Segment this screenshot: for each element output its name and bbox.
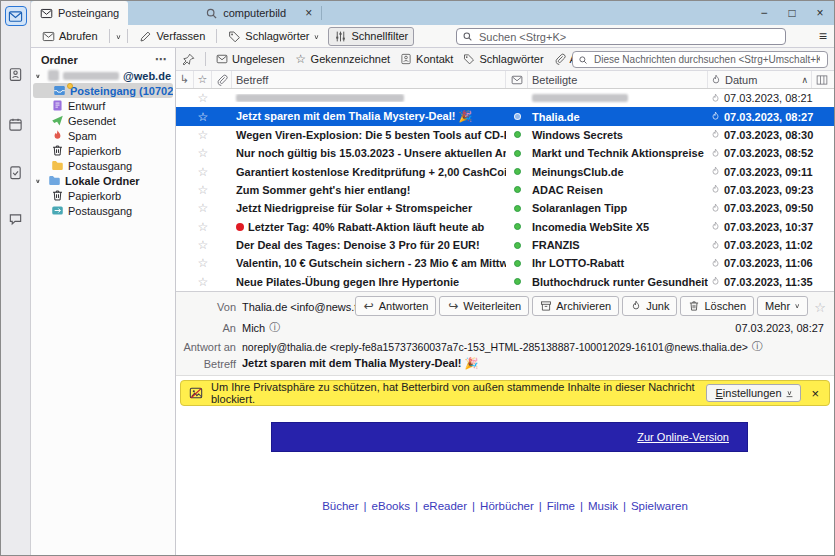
column-starred[interactable]: ☆ bbox=[194, 71, 212, 88]
close-notification-icon[interactable]: × bbox=[809, 386, 821, 401]
star-toggle[interactable]: ☆ bbox=[194, 256, 212, 270]
folder-item-spam[interactable]: Spam bbox=[31, 128, 175, 143]
close-button[interactable]: × bbox=[806, 6, 834, 20]
email-body: Zur Online-Version Bücher|eBooks|eReader… bbox=[176, 406, 834, 555]
space-addressbook-button[interactable] bbox=[5, 64, 27, 84]
message-subject: Wegen Viren-Explosion: Die 5 besten Tool… bbox=[232, 129, 506, 141]
message-row[interactable]: ☆Letzter Tag: 40% Rabatt-Aktion läuft he… bbox=[176, 218, 834, 236]
message-row[interactable]: ☆Zum Sommer geht's hier entlang!ADAC Rei… bbox=[176, 181, 834, 199]
message-row[interactable]: ☆Nur noch gültig bis 15.03.2023 - Unsere… bbox=[176, 144, 834, 162]
message-row[interactable]: ☆Wegen Viren-Explosion: Die 5 besten Too… bbox=[176, 126, 834, 144]
folder-item-sent[interactable]: Gesendet bbox=[31, 113, 175, 128]
star-toggle[interactable]: ☆ bbox=[194, 165, 212, 179]
column-picker[interactable] bbox=[811, 71, 832, 88]
settings-button[interactable]: Einstellungen ∨ bbox=[706, 384, 801, 402]
star-toggle[interactable]: ☆ bbox=[194, 110, 212, 124]
message-date: 07.03.2023, 08:30 bbox=[724, 129, 813, 141]
junk-button[interactable]: Junk bbox=[622, 296, 677, 316]
message-correspondent: FRANZIS bbox=[528, 239, 708, 251]
quick-filter-starred-button[interactable]: ☆Gekennzeichnet bbox=[295, 53, 391, 65]
folder-pane-menu-icon[interactable]: ⋯ bbox=[155, 53, 167, 66]
get-mail-dropdown[interactable]: ∨ bbox=[116, 32, 122, 39]
folder-item-local-outbox[interactable]: Postausgang bbox=[31, 203, 175, 218]
reply-button[interactable]: ↩Antworten bbox=[355, 296, 437, 316]
compose-button[interactable]: Verfassen bbox=[134, 28, 210, 45]
space-mail-button[interactable] bbox=[5, 6, 27, 26]
column-attachment[interactable] bbox=[212, 71, 232, 88]
column-correspondents[interactable]: Beteiligte bbox=[528, 71, 708, 88]
footer-link-musik[interactable]: Musik bbox=[588, 500, 618, 512]
column-subject[interactable]: Betreff bbox=[232, 71, 506, 88]
message-correspondent: Solaranlagen Tipp bbox=[528, 202, 708, 214]
column-date[interactable]: Datum ∧ bbox=[708, 71, 834, 88]
twisty-icon[interactable]: ∨ bbox=[35, 177, 44, 183]
footer-link-ebooks[interactable]: eBooks bbox=[372, 500, 410, 512]
redacted-sender bbox=[532, 94, 628, 102]
star-toggle[interactable]: ☆ bbox=[194, 275, 212, 289]
star-toggle[interactable]: ☆ bbox=[194, 238, 212, 252]
folder-label: Postausgang bbox=[68, 205, 132, 217]
folder-item-drafts[interactable]: Entwurf bbox=[31, 98, 175, 113]
star-toggle[interactable]: ☆ bbox=[194, 91, 212, 105]
tab-close-icon[interactable]: × bbox=[305, 6, 312, 20]
maximize-button[interactable]: □ bbox=[778, 6, 806, 20]
star-toggle[interactable]: ☆ bbox=[194, 128, 212, 142]
message-row[interactable]: ☆Der Deal des Tages: Denoise 3 Pro für 2… bbox=[176, 236, 834, 254]
folder-label: Spam bbox=[68, 130, 97, 142]
tab-computerbild[interactable]: computerbild × bbox=[196, 1, 321, 25]
space-calendar-button[interactable] bbox=[5, 114, 27, 134]
app-window: Posteingang computerbild × − □ × Abrufen… bbox=[0, 0, 835, 556]
footer-link-bücher[interactable]: Bücher bbox=[322, 500, 358, 512]
online-version-link[interactable]: Zur Online-Version bbox=[637, 431, 729, 443]
footer-link-spielwaren[interactable]: Spielwaren bbox=[631, 500, 688, 512]
archive-icon bbox=[540, 300, 552, 312]
junk-status-icon bbox=[710, 129, 721, 140]
star-toggle[interactable]: ☆ bbox=[194, 183, 212, 197]
space-tasks-button[interactable] bbox=[5, 162, 27, 182]
column-unread[interactable] bbox=[506, 71, 528, 88]
footer-link-ereader[interactable]: eReader bbox=[423, 500, 467, 512]
star-toggle[interactable]: ☆ bbox=[194, 220, 212, 234]
quick-filter-contact-button[interactable]: Kontakt bbox=[400, 53, 453, 65]
folder-item-outbox[interactable]: Postausgang bbox=[31, 158, 175, 173]
info-icon[interactable]: ⓘ bbox=[752, 339, 763, 354]
footer-link-hörbücher[interactable]: Hörbücher bbox=[480, 500, 534, 512]
more-button[interactable]: Mehr∨ bbox=[757, 296, 808, 316]
message-row[interactable]: ☆07.03.2023, 08:21 bbox=[176, 89, 834, 107]
forward-button[interactable]: ↪Weiterleiten bbox=[439, 296, 529, 316]
tab-posteingang[interactable]: Posteingang bbox=[31, 1, 128, 25]
twisty-icon[interactable]: ∨ bbox=[35, 72, 44, 78]
column-thread[interactable]: ↳ bbox=[176, 71, 194, 88]
star-toggle[interactable]: ☆ bbox=[194, 201, 212, 215]
delete-button[interactable]: Löschen bbox=[680, 296, 754, 316]
folder-item-local-trash[interactable]: Papierkorb bbox=[31, 188, 175, 203]
folder-account-row[interactable]: ∨@web.de bbox=[31, 68, 175, 83]
get-mail-button[interactable]: Abrufen bbox=[37, 28, 103, 45]
minimize-button[interactable]: − bbox=[750, 6, 778, 20]
pin-icon[interactable] bbox=[182, 53, 195, 66]
footer-link-filme[interactable]: Filme bbox=[547, 500, 575, 512]
message-search-input[interactable] bbox=[592, 53, 822, 66]
folder-item-local-folders[interactable]: ∨Lokale Ordner bbox=[31, 173, 175, 188]
info-icon[interactable]: ⓘ bbox=[269, 320, 280, 335]
folder-item-trash[interactable]: Papierkorb bbox=[31, 143, 175, 158]
global-search-input[interactable] bbox=[477, 30, 780, 44]
star-toggle[interactable]: ☆ bbox=[194, 146, 212, 160]
message-row[interactable]: ☆Valentin, 10 € Gutschein sichern - 23 M… bbox=[176, 254, 834, 272]
quick-filter-tags-button[interactable]: Schlagwörter bbox=[463, 53, 543, 65]
space-chat-button[interactable] bbox=[5, 209, 27, 229]
message-row[interactable]: ☆Neue Pilates-Übung gegen Ihre Hypertoni… bbox=[176, 273, 834, 291]
message-row[interactable]: ☆Garantiert kostenlose Kreditprüfung + 2… bbox=[176, 162, 834, 180]
unread-dot bbox=[514, 242, 521, 249]
folder-item-inbox[interactable]: Posteingang (10702) bbox=[33, 83, 173, 98]
message-row[interactable]: ☆Jetzt Niedrigpreise für Solar + Stromsp… bbox=[176, 199, 834, 217]
message-row[interactable]: ☆Jetzt sparen mit dem Thalia Mystery-Dea… bbox=[176, 107, 834, 125]
quick-filter-unread-button[interactable]: Ungelesen bbox=[216, 53, 285, 65]
separator bbox=[216, 29, 217, 43]
trash-folder-icon bbox=[51, 144, 64, 157]
app-menu-icon[interactable]: ≡ bbox=[819, 28, 827, 44]
star-message-icon[interactable]: ☆ bbox=[814, 300, 826, 315]
tags-button[interactable]: Schlagwörter ∨ bbox=[223, 28, 324, 45]
archive-button[interactable]: Archivieren bbox=[532, 296, 619, 316]
quick-filter-toggle[interactable]: Schnellfilter bbox=[328, 27, 414, 46]
